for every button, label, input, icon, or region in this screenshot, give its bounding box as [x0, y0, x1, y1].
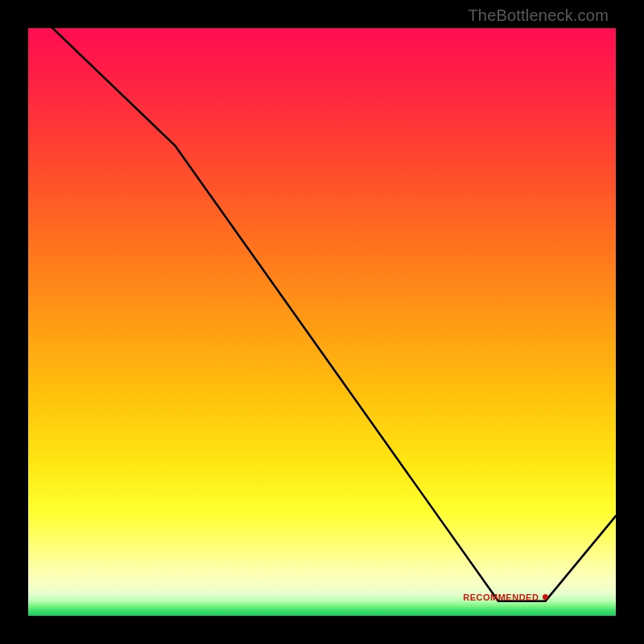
- chart-overlay: RECOMMENDED: [28, 28, 616, 616]
- chart-frame: RECOMMENDED TheBottleneck.com: [0, 0, 644, 644]
- credit-watermark: TheBottleneck.com: [468, 6, 609, 25]
- bottleneck-curve: [28, 28, 616, 601]
- recommended-label: RECOMMENDED: [463, 592, 539, 602]
- recommended-marker: [543, 595, 547, 600]
- plot-area: RECOMMENDED: [28, 28, 616, 616]
